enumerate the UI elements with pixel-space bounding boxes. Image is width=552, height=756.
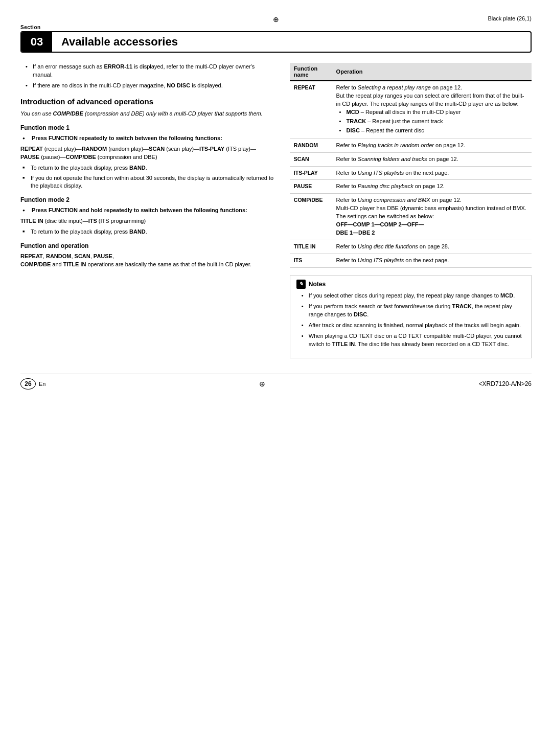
italic-para: You can use COMP/DBE (compression and DB…: [20, 110, 274, 118]
row-name-pause: PAUSE: [290, 180, 332, 194]
table-row-titlein: TITLE IN Refer to Using disc title funct…: [290, 240, 532, 254]
function-mode-2-bullets: Press FUNCTION and hold repeatedly to sw…: [20, 207, 274, 215]
row-name-titlein: TITLE IN: [290, 240, 332, 254]
right-column: Function name Operation REPEAT Refer to …: [290, 63, 532, 358]
repeat-bullet-mcd: MCD – Repeat all discs in the multi-CD p…: [339, 108, 527, 117]
row-name-its: ITS: [290, 254, 332, 268]
func-mode-2-squares: To return to the playback display, press…: [20, 228, 274, 236]
row-op-itsplay: Refer to Using ITS playlists on the next…: [332, 166, 532, 180]
intro-advanced-heading: Introduction of advanced operations: [20, 97, 274, 106]
row-name-random: RANDOM: [290, 139, 332, 152]
func-mode-1-sequence: REPEAT (repeat play)—RANDOM (random play…: [20, 145, 274, 162]
note-4: When playing a CD TEXT disc on a CD TEXT…: [302, 332, 525, 349]
section-number: 03: [21, 32, 52, 52]
function-table: Function name Operation REPEAT Refer to …: [290, 63, 532, 268]
table-row-repeat: REPEAT Refer to Selecting a repeat play …: [290, 81, 532, 139]
col-function-name: Function name: [290, 63, 332, 81]
row-op-repeat: Refer to Selecting a repeat play range o…: [332, 81, 532, 139]
square-bullet-3: To return to the playback display, press…: [22, 228, 274, 236]
square-bullet-1: To return to the playback display, press…: [22, 164, 274, 172]
footer-lang: En: [39, 381, 45, 387]
table-row-itsplay: ITS-PLAY Refer to Using ITS playlists on…: [290, 166, 532, 180]
footer: 26 En ⊕ <XRD7120-A/N>26: [20, 374, 532, 390]
left-column: If an error message such as ERROR-11 is …: [20, 63, 274, 358]
table-row-compdbe: COMP/DBE Refer to Using compression and …: [290, 194, 532, 240]
repeat-inner-bullets: MCD – Repeat all discs in the multi-CD p…: [336, 108, 527, 135]
plate-text: Black plate (26,1): [488, 15, 532, 21]
func-mode-2-sequence: TITLE IN (disc title input)—ITS (ITS pro…: [20, 217, 274, 225]
row-name-scan: SCAN: [290, 152, 332, 166]
intro-bullet-1: If an error message such as ERROR-11 is …: [26, 63, 274, 79]
section-label: Section: [20, 25, 532, 30]
function-mode-1-heading: Function mode 1: [20, 124, 274, 131]
repeat-bullet-track: TRACK – Repeat just the current track: [339, 118, 527, 126]
title-bar: 03 Available accessories: [20, 31, 532, 53]
row-op-scan: Refer to Scanning folders and tracks on …: [332, 152, 532, 166]
page-number: 26: [20, 378, 36, 390]
row-op-random: Refer to Playing tracks in random order …: [332, 139, 532, 152]
footer-crosshair: ⊕: [259, 380, 265, 388]
notes-icon: ✎: [296, 280, 306, 289]
row-name-itsplay: ITS-PLAY: [290, 166, 332, 180]
row-op-titlein: Refer to Using disc title functions on p…: [332, 240, 532, 254]
row-name-compdbe: COMP/DBE: [290, 194, 332, 240]
row-op-pause: Refer to Pausing disc playback on page 1…: [332, 180, 532, 194]
square-bullet-2: If you do not operate the function withi…: [22, 174, 274, 191]
notes-section: ✎ Notes If you select other discs during…: [290, 275, 532, 358]
notes-header: ✎ Notes: [296, 280, 525, 289]
page: Black plate (26,1) ⊕ Section 03 Availabl…: [0, 0, 552, 756]
function-mode-1-bullets: Press FUNCTION repeatedly to switch betw…: [20, 134, 274, 143]
row-name-repeat: REPEAT: [290, 81, 332, 139]
note-2: If you perform track search or fast forw…: [302, 303, 525, 319]
section-title: Available accessories: [52, 32, 187, 52]
notes-bullets: If you select other discs during repeat …: [296, 292, 525, 349]
footer-model: <XRD7120-A/N>26: [479, 380, 532, 387]
repeat-bullet-disc: DISC – Repeat the current disc: [339, 127, 527, 135]
row-op-its: Refer to Using ITS playlists on the next…: [332, 254, 532, 268]
header-crosshair: ⊕: [273, 15, 279, 24]
intro-bullets: If an error message such as ERROR-11 is …: [20, 63, 274, 90]
function-and-operation-text: REPEAT, RANDOM, SCAN, PAUSE, COMP/DBE an…: [20, 253, 274, 269]
function-and-operation-heading: Function and operation: [20, 242, 274, 249]
table-row-random: RANDOM Refer to Playing tracks in random…: [290, 139, 532, 152]
func-mode-2-bullet: Press FUNCTION and hold repeatedly to sw…: [22, 207, 274, 215]
intro-bullet-2: If there are no discs in the multi-CD pl…: [26, 82, 274, 90]
notes-label: Notes: [309, 281, 326, 288]
function-mode-2-heading: Function mode 2: [20, 196, 274, 203]
table-row-pause: PAUSE Refer to Pausing disc playback on …: [290, 180, 532, 194]
row-op-compdbe: Refer to Using compression and BMX on pa…: [332, 194, 532, 240]
table-row-its: ITS Refer to Using ITS playlists on the …: [290, 254, 532, 268]
col-operation: Operation: [332, 63, 532, 81]
main-content: If an error message such as ERROR-11 is …: [20, 63, 532, 358]
table-row-scan: SCAN Refer to Scanning folders and track…: [290, 152, 532, 166]
note-1: If you select other discs during repeat …: [302, 292, 525, 300]
func-mode-1-bullet: Press FUNCTION repeatedly to switch betw…: [22, 134, 274, 143]
note-3: After track or disc scanning is finished…: [302, 322, 525, 330]
func-mode-1-squares: To return to the playback display, press…: [20, 164, 274, 191]
